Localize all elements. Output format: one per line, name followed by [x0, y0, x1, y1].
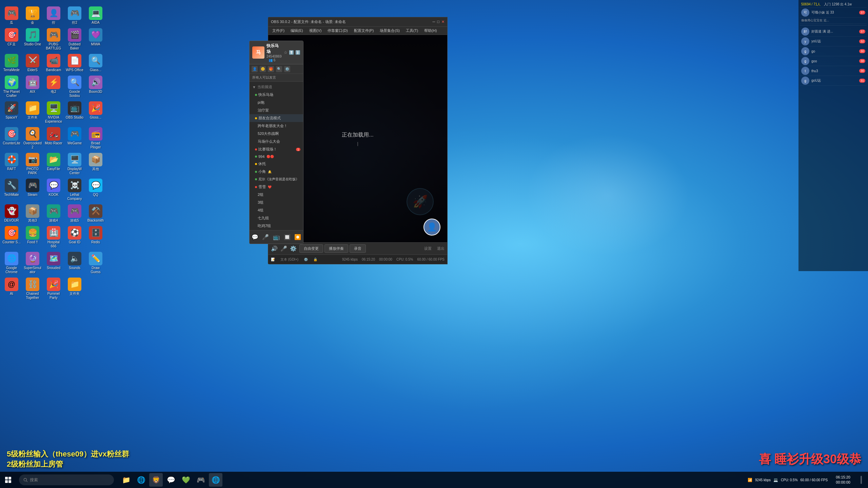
obs-menu-view[interactable]: 视图(V) — [307, 27, 324, 34]
icon-super-sim[interactable]: 🔮 SuperSimulator — [23, 250, 42, 276]
qq-gift-icon[interactable]: 🎁 — [268, 66, 274, 72]
icon-techmate[interactable]: 🔧 TechMate — [2, 177, 21, 202]
obs-settings-icon[interactable]: ⚙️ — [290, 245, 297, 252]
obs-audio-icon[interactable]: 🔊 — [271, 245, 278, 252]
icon-terramede[interactable]: 🌿 TerraMede — [2, 53, 21, 74]
obs-settings-text-btn[interactable]: 设置 — [424, 246, 432, 251]
qq-channel-7zu[interactable]: 七九组 — [250, 214, 303, 222]
icon-miwa[interactable]: 💜 MIWA — [86, 27, 105, 52]
start-button[interactable] — [0, 472, 16, 488]
qq-channel-chiji7[interactable]: 吃鸡7组 — [250, 222, 303, 230]
icon-boom[interactable]: 🔊 Boom3D — [86, 74, 105, 99]
taskbar-steam[interactable]: 🎮 — [194, 473, 208, 487]
qq-nav-record[interactable]: ⏺️ — [294, 234, 301, 240]
qq-star-icon[interactable]: ☆ — [284, 50, 288, 55]
qq-group-item-kuanian[interactable]: 跨年老朋友大会！ — [250, 122, 303, 130]
icon-googles[interactable]: 🔍 Goocle Soidou — [65, 74, 84, 99]
obs-close-btn[interactable]: ✕ — [441, 20, 445, 24]
obs-max-btn[interactable]: □ — [437, 20, 439, 24]
qq-group-item-pengyou[interactable]: 朋友合流模式 — [250, 114, 303, 122]
icon-glass[interactable]: 🔍 Glass... — [86, 53, 105, 74]
qq-settings-icon[interactable]: ⚙️ — [284, 66, 290, 72]
obs-menu-dock[interactable]: 停靠窗口(D) — [325, 27, 350, 34]
icon-dubbed[interactable]: 🎬 Dubbed Baker — [65, 27, 84, 52]
icon-sounds[interactable]: 🔈 Sounds — [65, 250, 84, 276]
icon-pummel[interactable]: 🎉 Gloss... — [86, 100, 105, 125]
icon-other3[interactable]: 📦 其他3 — [23, 203, 42, 224]
icon-pubg[interactable]: 🎮 PUBG BATTLEG — [44, 27, 63, 52]
icon-lethal-company[interactable]: ☠️ Lethal Company — [65, 177, 84, 202]
icon-steam[interactable]: 🎮 Steam — [23, 177, 42, 202]
obs-free-transform-btn[interactable]: 自由变更 — [299, 244, 323, 253]
obs-mic-icon[interactable]: 🎤 — [280, 245, 287, 252]
obs-menu-profile[interactable]: 配置文件(P) — [351, 27, 377, 34]
icon-food[interactable]: 🍔 Food !! — [23, 225, 42, 250]
qq-nav-mic[interactable]: 🎤 — [262, 234, 269, 240]
icon-easyfile[interactable]: 📂 EasyFile — [44, 151, 63, 177]
icon-broadcast[interactable]: 📻 Broad Plisger — [86, 126, 105, 151]
icon-folder2[interactable]: 📁 文件夹 — [65, 276, 84, 301]
icon-pummel2[interactable]: 🎉 Pummel Party — [44, 276, 63, 301]
qq-channel-994[interactable]: 994 🔴🔴 — [250, 153, 303, 160]
qq-share-icon[interactable]: ⬆️ — [289, 50, 294, 55]
taskbar-file-explorer[interactable]: 📁 — [119, 473, 133, 487]
qq-group-list[interactable]: ▼ 当前频道 快乐马场 pi炮 治疗室 朋友合流模式 跨年老朋友大会！ 520大… — [250, 82, 303, 230]
icon-google-chrome[interactable]: 🌐 Google Chrome — [2, 250, 21, 276]
qq-group-item-bisai[interactable]: 比赛现场！ 1 — [250, 145, 303, 153]
icon-aida[interactable]: 💻 AIDA — [86, 5, 105, 26]
icon-qq[interactable]: 💬 QQ — [86, 177, 105, 202]
icon-chained[interactable]: ⛓️ Chained Together — [23, 276, 42, 301]
icon-obs[interactable]: 📺 OBS Studio — [65, 100, 84, 125]
icon-snouded[interactable]: 🗺️ Snouded — [44, 250, 63, 276]
qq-emoji-icon[interactable]: 😊 — [260, 66, 266, 72]
icon-goal[interactable]: ⚽ Goal ID — [65, 225, 84, 250]
qq-nav-chat[interactable]: 💬 — [252, 234, 258, 240]
icon-moto[interactable]: 🏍️ Moto Racer — [44, 126, 63, 151]
icon-overc2[interactable]: 🍳 Overcooked 2 — [23, 126, 42, 151]
obs-min-btn[interactable]: ─ — [433, 20, 435, 24]
icon-aix[interactable]: 🤖 AIX — [23, 74, 42, 99]
icon-nvidia[interactable]: 🖥️ NVIDIA Experience — [44, 100, 63, 125]
obs-menu-help[interactable]: 帮助(H) — [421, 27, 439, 34]
icon-other4[interactable]: 🎮 游戏4 — [44, 203, 63, 224]
qq-channel-neil[interactable]: 尼尔《汝声音就是在吃饭》 — [250, 176, 303, 183]
icon-bandicam[interactable]: 📹 Bandicam — [44, 53, 63, 74]
qq-group-item-zhiliao[interactable]: 治疗室 — [250, 106, 303, 114]
qq-channel-4zu[interactable]: 4组 — [250, 206, 303, 214]
icon-at[interactable]: @ At — [2, 276, 21, 301]
icon-kook[interactable]: 💬 KOOK — [44, 177, 63, 202]
qq-group-item-520[interactable]: 520大作战啊 — [250, 130, 303, 138]
icon-game5[interactable]: 🎮 游戏5 — [65, 203, 84, 224]
icon-draw-guess[interactable]: ✏️ Draw Guess — [86, 250, 105, 276]
icon-planet[interactable]: 🌍 The Planet Crafter — [2, 74, 21, 99]
obs-menu-file[interactable]: 文件(F) — [270, 27, 287, 34]
qq-member-icon[interactable]: 👤 — [252, 66, 258, 72]
icon-nv[interactable]: 👤 控 — [44, 5, 63, 26]
taskbar-chrome[interactable]: 🌐 — [209, 473, 222, 487]
icon-counterlite[interactable]: 🎯 CounterLite — [2, 126, 21, 151]
obs-exit-btn[interactable]: 退出 — [437, 246, 445, 251]
icon-devour[interactable]: 👻 DEVOUR — [2, 203, 21, 224]
qq-search-icon[interactable]: 🔍 — [276, 66, 282, 72]
icon-redis[interactable]: 🗄️ Redis — [86, 225, 105, 250]
obs-play-music-btn[interactable]: 播放伴奏 — [324, 244, 348, 253]
icon-elec2[interactable]: ⚡ 电2 — [44, 74, 63, 99]
taskbar-edge[interactable]: 🌐 — [134, 473, 148, 487]
icon-gua[interactable]: 🎮 瓜 — [2, 5, 21, 26]
icon-studio[interactable]: 🎵 Studio One — [23, 27, 42, 52]
icon-wps[interactable]: 📄 WPS Office — [65, 53, 84, 74]
show-desktop-btn[interactable] — [854, 473, 868, 487]
qq-channel-2zu[interactable]: 2组 — [250, 191, 303, 199]
icon-jin[interactable]: 🏆 金 — [23, 5, 42, 26]
qq-channel-xuexue[interactable]: 雪雪 ❤️ — [250, 183, 303, 191]
icon-spacey[interactable]: 🚀 SpaceY — [2, 100, 21, 125]
qq-group-item-machang[interactable]: 马场什么大会 — [250, 138, 303, 145]
taskbar-brave[interactable]: 🦁 — [149, 473, 163, 487]
icon-wegame[interactable]: 🎮 WeGame — [65, 126, 84, 151]
qq-nav-screen[interactable]: 📺 — [273, 234, 280, 240]
qq-channel-xiaojiao[interactable]: 小角 🔔 — [250, 168, 303, 176]
icon-elders[interactable]: ⚔️ ElderS — [23, 53, 42, 74]
icon-displayw[interactable]: 🖥️ DisplayW Center — [65, 151, 84, 177]
qq-nav-apps[interactable]: 🔲 — [284, 234, 291, 240]
icon-photo-park[interactable]: 📷 PHOTO PARK — [23, 151, 42, 177]
